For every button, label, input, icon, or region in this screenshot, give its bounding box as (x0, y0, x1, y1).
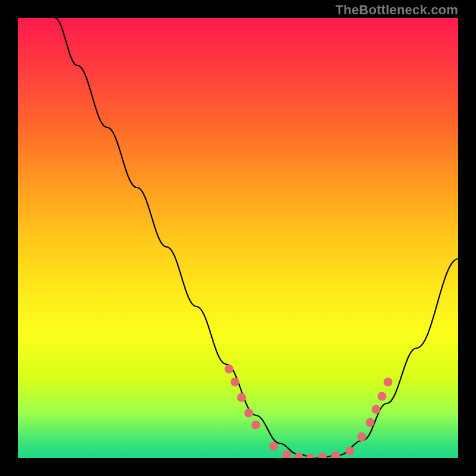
data-point (331, 452, 340, 459)
data-point (252, 421, 261, 430)
data-point (225, 365, 234, 374)
data-point (318, 453, 327, 459)
data-point (283, 450, 292, 459)
data-point (237, 393, 246, 402)
data-point (378, 392, 387, 401)
data-point (306, 454, 315, 459)
data-point (384, 378, 393, 387)
data-point (231, 378, 240, 387)
chart-svg (18, 18, 458, 458)
data-point (270, 442, 278, 451)
data-point (372, 405, 381, 414)
bottleneck-curve (55, 18, 458, 458)
curve-path-group (55, 18, 458, 458)
data-point (346, 447, 355, 456)
data-point (295, 453, 303, 459)
watermark-text: TheBottleneck.com (336, 2, 458, 18)
chart-frame: TheBottleneck.com (0, 0, 476, 476)
data-points (225, 365, 393, 459)
data-point (366, 418, 375, 427)
data-point (358, 433, 367, 441)
data-point (245, 409, 253, 418)
plot-area (18, 18, 458, 458)
